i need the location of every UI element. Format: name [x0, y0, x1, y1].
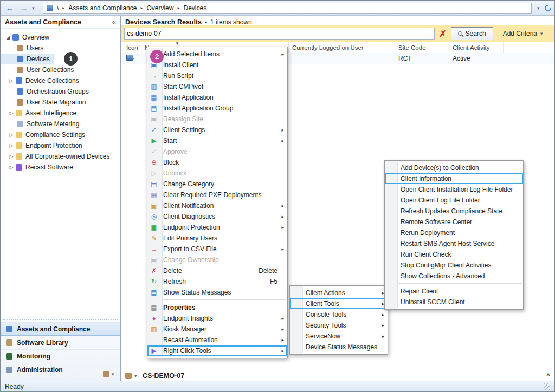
collapse-pane-icon[interactable]: «	[112, 18, 116, 26]
tree-expander-icon[interactable]: ◢	[5, 35, 11, 40]
tree-expander-icon[interactable]: ▷	[8, 154, 15, 159]
menu-item-add-device-s-to-collection[interactable]: Add Device(s) to Collection	[385, 162, 523, 173]
history-dropdown-icon[interactable]: ▾	[32, 5, 37, 11]
menu-item-device-status-messages[interactable]: Device Status Messages	[290, 342, 388, 352]
menu-item-remote-software-center[interactable]: Remote Software Center	[385, 217, 523, 227]
menu-item-endpoint-protection[interactable]: ▣ Endpoint Protection ▸	[147, 222, 287, 233]
menu-item-label: ServiceNow	[306, 332, 340, 340]
menu-item-client-tools[interactable]: Client Tools ▸	[290, 298, 388, 309]
menu-item-unblock[interactable]: ▷ Unblock	[147, 168, 287, 179]
menu-item-open-client-installation-log-file-folder[interactable]: Open Client Installation Log File Folder	[385, 184, 523, 195]
menu-item-edit-primary-users[interactable]: ✎ Edit Primary Users	[147, 233, 287, 244]
menu-item-export-to-csv-file[interactable]: → Export to CSV File ▸	[147, 244, 287, 254]
menu-item-console-tools[interactable]: Console Tools ▸	[290, 309, 388, 320]
tree-expander-icon[interactable]: ▷	[8, 132, 15, 138]
breadcrumb-item-overview[interactable]: ▸ Overview	[140, 4, 173, 12]
menu-item-recast-automation[interactable]: Recast Automation ▸	[147, 335, 287, 345]
sidebar-item-compliance-settings[interactable]: ▷ Compliance Settings	[1, 129, 89, 140]
menu-item-label: Run Script	[163, 72, 193, 80]
menu-item-block[interactable]: ⊖ Block	[147, 157, 287, 168]
menu-item-kiosk-manager[interactable]: ▥ Kiosk Manager ▸	[147, 324, 287, 335]
menu-item-install-application[interactable]: ▤ Install Application	[147, 92, 287, 103]
menu-item-install-application-group[interactable]: ▤ Install Application Group	[147, 103, 287, 114]
breadcrumb-root[interactable]: \	[57, 4, 59, 12]
menu-item-rerun-deployment[interactable]: Rerun Deployment	[385, 227, 523, 238]
menu-item-servicenow[interactable]: ServiceNow ▸	[290, 331, 388, 342]
tree-expander-icon[interactable]: ▷	[8, 143, 15, 148]
sidebar-item-devices[interactable]: Devices	[1, 54, 54, 64]
menu-item-right-click-tools[interactable]: ▶ Right Click Tools ▸	[147, 345, 287, 356]
menu-item-run-client-check[interactable]: Run Client Check	[385, 249, 523, 260]
menu-item-client-diagnostics[interactable]: ◎ Client Diagnostics ▸	[147, 211, 287, 222]
menu-item-refresh-updates-compliance-state[interactable]: Refresh Updates Compliance State	[385, 206, 523, 217]
resize-grip[interactable]	[544, 383, 550, 390]
menu-item-properties[interactable]: ▤ Properties	[147, 302, 287, 313]
menu-item-client-actions[interactable]: Client Actions ▸	[290, 288, 388, 298]
sidebar-item-endpoint-protection[interactable]: ▷ Endpoint Protection	[1, 140, 87, 151]
sidebar-item-software-metering[interactable]: Software Metering	[1, 119, 83, 129]
menu-item-refresh[interactable]: ↻ Refresh F5	[147, 276, 287, 287]
menu-item-security-tools[interactable]: Security Tools ▸	[290, 320, 388, 331]
menu-item-repair-client[interactable]: Repair Client	[385, 286, 523, 297]
breadcrumb-item-assets-and-compliance[interactable]: ▸ Assets and Compliance	[62, 4, 137, 12]
add-criteria-button[interactable]: Add Criteria ▾	[498, 30, 551, 37]
sidebar-item-users[interactable]: Users	[1, 43, 48, 54]
search-input[interactable]	[124, 28, 435, 40]
column-header-icon[interactable]: Icon	[123, 42, 141, 53]
menu-item-show-collections-advanced[interactable]: Show Collections - Advanced	[385, 271, 523, 282]
sidebar-item-overview[interactable]: ◢ Overview	[1, 32, 54, 43]
column-header-client-activity[interactable]: Client Activity	[449, 42, 504, 53]
menu-item-client-notification[interactable]: ▣ Client Notification ▸	[147, 200, 287, 211]
column-header-site-code[interactable]: Site Code	[395, 42, 449, 53]
menu-item-add-selected-items[interactable]: + Add Selected Items ▸	[147, 49, 287, 60]
menu-item-open-client-log-file-folder[interactable]: Open Client Log File Folder	[385, 195, 523, 206]
menu-item-run-script[interactable]: → Run Script	[147, 70, 287, 81]
menu-item-approve[interactable]: ✓ Approve	[147, 146, 287, 157]
back-icon[interactable]: ←	[4, 3, 16, 12]
refresh-icon[interactable]	[544, 3, 553, 12]
sidebar-item-recast-software[interactable]: ▷ Recast Software	[1, 162, 78, 173]
menu-item-install-client[interactable]: ▣ Install Client	[147, 60, 287, 70]
sidebar-item-asset-intelligence[interactable]: ▷ Asset Intelligence	[1, 108, 81, 119]
menu-item-client-information[interactable]: Client Information	[385, 173, 523, 184]
clear-search-icon[interactable]: ✗	[439, 29, 446, 39]
menu-item-change-ownership[interactable]: ▣ Change Ownership	[147, 254, 287, 265]
toolbar-dropdown-icon[interactable]: ▾	[537, 5, 543, 11]
sidebar-item-user-collections[interactable]: User Collections	[1, 64, 78, 75]
sidebar-item-device-collections[interactable]: ▷ Device Collections	[1, 75, 83, 86]
top-toolbar: ← → ▾ \ ▸ Assets and Compliance ▸ Overvi…	[1, 1, 554, 16]
menu-item-delete[interactable]: ✗ Delete Delete	[147, 265, 287, 276]
splitter-handle[interactable]	[3, 319, 118, 321]
start-icon: ▶	[150, 137, 158, 145]
collapse-detail-icon[interactable]: ^	[546, 372, 550, 380]
sidebar-item-orchestration-groups[interactable]: Orchestration Groups	[1, 86, 93, 97]
workspace-button-software-library[interactable]: Software Library	[1, 336, 120, 349]
menu-item-label: Repair Client	[401, 288, 438, 295]
tree-expander-icon[interactable]: ▷	[8, 165, 15, 170]
menu-item-clear-required-pxe-deployments[interactable]: ▦ Clear Required PXE Deployments	[147, 190, 287, 200]
forward-icon[interactable]: →	[18, 3, 30, 12]
breadcrumb-item-devices[interactable]: ▸ Devices	[177, 4, 206, 12]
menu-item-start-cmpivot[interactable]: ▥ Start CMPivot	[147, 81, 287, 92]
menu-item-start[interactable]: ▶ Start ▸	[147, 135, 287, 146]
workspace-button-monitoring[interactable]: Monitoring	[1, 349, 120, 363]
tree-expander-icon[interactable]: ▷	[8, 110, 15, 116]
sidebar-item-user-state-migration[interactable]: User State Migration	[1, 97, 90, 108]
sidebar-item-all-corporate-owned-devices[interactable]: ▷ All Corporate-owned Devices	[1, 151, 114, 162]
menu-item-uninstall-sccm-client[interactable]: Uninstall SCCM Client	[385, 297, 523, 308]
column-header-currently-logged-on-user[interactable]: Currently Logged on User	[289, 42, 395, 53]
selected-device-icon	[125, 373, 132, 379]
menu-item-restart-sms-agent-host-service[interactable]: Restart SMS Agent Host Service	[385, 238, 523, 249]
menu-item-endpoint-insights[interactable]: ● Endpoint Insights ▸	[147, 313, 287, 324]
workspace-button-assets-and-compliance[interactable]: Assets and Compliance	[1, 322, 120, 336]
detail-dropdown-icon[interactable]: ▾	[134, 373, 140, 378]
tree-expander-icon[interactable]: ▷	[8, 78, 15, 83]
workspace-button-administration[interactable]: Administration	[1, 363, 120, 376]
menu-item-stop-configmgr-client-activities[interactable]: Stop ConfigMgr Client Activities	[385, 260, 523, 271]
workspace-options-icon[interactable]: ▾	[112, 371, 117, 377]
search-button[interactable]: Search	[451, 27, 493, 40]
menu-item-client-settings[interactable]: ✓ Client Settings ▸	[147, 125, 287, 135]
menu-item-change-category[interactable]: ▤ Change Category	[147, 179, 287, 190]
menu-item-show-status-messages[interactable]: ▤ Show Status Messages	[147, 287, 287, 298]
menu-item-reassign-site[interactable]: ▣ Reassign Site	[147, 114, 287, 125]
